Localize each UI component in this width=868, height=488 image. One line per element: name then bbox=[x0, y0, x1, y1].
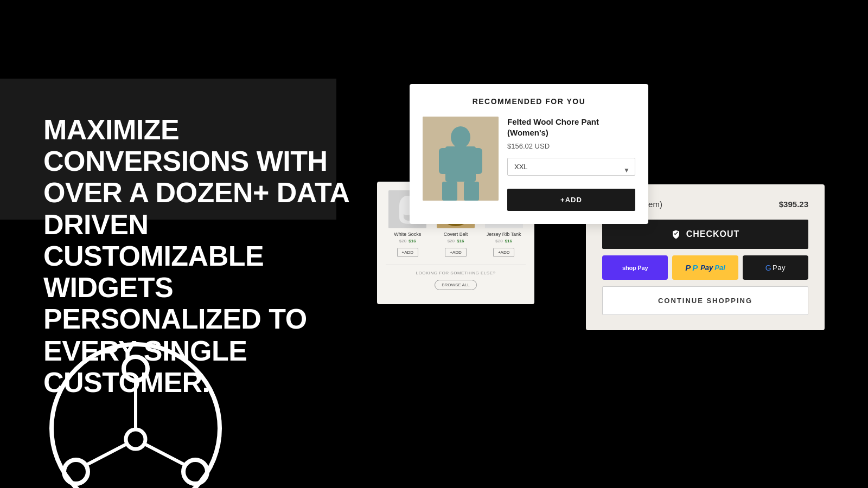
browse-all-button[interactable]: BROWSE ALL bbox=[435, 280, 477, 290]
checkout-button[interactable]: CHECKOUT bbox=[602, 220, 808, 249]
shield-icon bbox=[671, 229, 681, 239]
tank-add-button[interactable]: +ADD bbox=[493, 248, 515, 257]
recommended-product-row: Felted Wool Chore Pant (Women's) $156.02… bbox=[423, 117, 635, 211]
paypal-label: Pay bbox=[700, 264, 713, 272]
tank-prices: $20 $16 bbox=[482, 239, 526, 243]
svg-line-7 bbox=[144, 444, 186, 465]
continue-shopping-button[interactable]: CONTINUE SHOPPING bbox=[602, 286, 808, 315]
tank-name: Jersey Rib Tank bbox=[482, 232, 526, 237]
belt-prices: $20 $16 bbox=[434, 239, 478, 243]
belt-add-button[interactable]: +ADD bbox=[445, 248, 467, 257]
shop-pay-label: shop Pay bbox=[622, 265, 648, 271]
looking-text: LOOKING FOR SOMETHING ELSE? bbox=[386, 271, 526, 275]
socks-prices: $20 $16 bbox=[386, 239, 430, 243]
subtotal-amount: $395.23 bbox=[779, 200, 808, 209]
shop-pay-button[interactable]: shop Pay bbox=[602, 255, 668, 280]
belt-name: Covert Belt bbox=[434, 232, 478, 237]
recommended-add-button[interactable]: +ADD bbox=[507, 189, 635, 211]
size-select-wrapper[interactable]: XS S M L XL XXL ▼ bbox=[507, 158, 635, 182]
gpay-pay-label: Pay bbox=[773, 264, 786, 272]
svg-rect-11 bbox=[442, 182, 457, 201]
svg-point-4 bbox=[126, 429, 145, 449]
svg-point-2 bbox=[64, 460, 88, 484]
recommended-product-name: Felted Wool Chore Pant (Women's) bbox=[507, 117, 635, 138]
paypal-p2-icon: P bbox=[692, 263, 698, 272]
paypal-button[interactable]: P P Pay Pal bbox=[672, 255, 738, 280]
network-icon bbox=[43, 336, 228, 488]
svg-point-9 bbox=[451, 126, 470, 148]
gpay-button[interactable]: G Pay bbox=[743, 255, 808, 280]
svg-line-6 bbox=[86, 444, 127, 465]
svg-rect-13 bbox=[439, 148, 449, 174]
payment-buttons: shop Pay P P Pay Pal G Pay bbox=[602, 255, 808, 280]
svg-point-3 bbox=[183, 460, 207, 484]
belt-original-price: $20 bbox=[448, 239, 455, 243]
looking-section: LOOKING FOR SOMETHING ELSE? BROWSE ALL bbox=[386, 265, 526, 296]
tank-sale-price: $16 bbox=[505, 239, 512, 243]
paypal-pal-label: Pal bbox=[714, 264, 725, 272]
svg-rect-12 bbox=[464, 182, 479, 201]
size-select[interactable]: XS S M L XL XXL bbox=[507, 158, 635, 176]
svg-point-1 bbox=[124, 357, 148, 381]
socks-add-button[interactable]: +ADD bbox=[397, 248, 419, 257]
recommended-product-info: Felted Wool Chore Pant (Women's) $156.02… bbox=[507, 117, 635, 211]
gpay-g-label: G bbox=[765, 264, 771, 272]
recommended-panel: RECOMMENDED FOR YOU Felted Wool Chore Pa… bbox=[410, 84, 648, 224]
socks-name: White Socks bbox=[386, 232, 430, 237]
paypal-pp-icon: P bbox=[685, 263, 691, 272]
tank-original-price: $20 bbox=[495, 239, 502, 243]
socks-original-price: $20 bbox=[399, 239, 406, 243]
checkout-label: CHECKOUT bbox=[686, 229, 740, 239]
recommended-product-image bbox=[423, 117, 499, 201]
socks-sale-price: $16 bbox=[409, 239, 416, 243]
svg-rect-10 bbox=[445, 146, 476, 182]
recommended-product-price: $156.02 USD bbox=[507, 142, 635, 150]
recommended-title: RECOMMENDED FOR YOU bbox=[423, 97, 635, 106]
belt-sale-price: $16 bbox=[457, 239, 464, 243]
svg-rect-14 bbox=[473, 148, 482, 174]
